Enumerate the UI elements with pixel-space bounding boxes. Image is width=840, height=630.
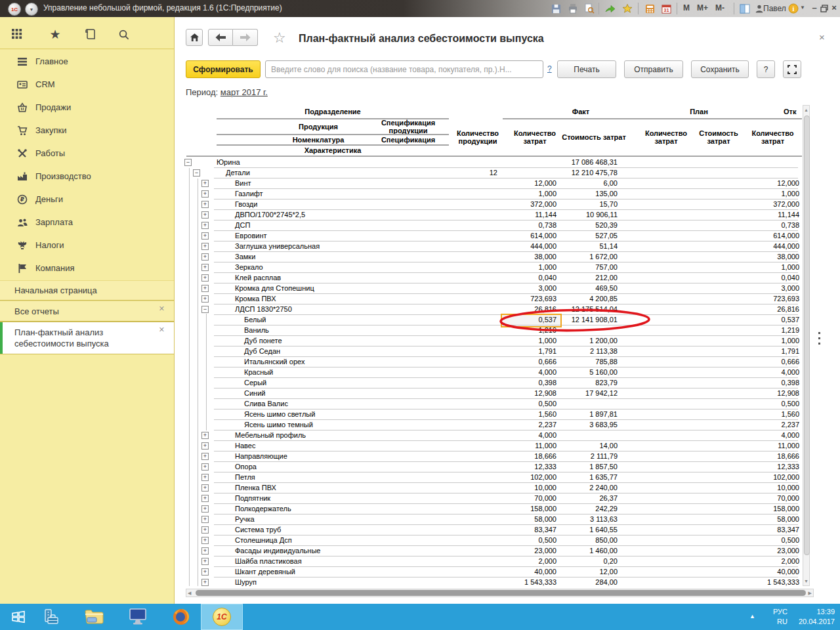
sidebar-item-производство[interactable]: Производство (0, 165, 174, 188)
table-row[interactable]: Дуб Седан1,7912 113,381,791 (184, 346, 802, 357)
collapse-group-icon[interactable]: − (184, 159, 192, 166)
fullscreen-button[interactable] (783, 60, 801, 78)
info-icon[interactable]: i (788, 3, 799, 14)
table-row[interactable]: Ясень шимо темный2,2373 683,952,237 (184, 420, 802, 430)
split-window-icon[interactable] (739, 3, 751, 14)
taskbar-server-manager-icon[interactable] (30, 604, 72, 630)
home-button[interactable] (186, 29, 203, 46)
sidebar-tab-home[interactable]: Начальная страница (0, 280, 174, 301)
expand-group-icon[interactable]: + (201, 285, 209, 292)
scroll-left-icon[interactable]: ◀ (188, 591, 191, 596)
table-row[interactable]: +ДВПО/1700*2745*2,511,14410 906,1111,144 (184, 210, 802, 220)
tab-close-icon[interactable]: ✕ (159, 326, 165, 333)
collapse-group-icon[interactable]: − (193, 169, 200, 177)
table-row[interactable]: Синий12,90817 942,1212,908 (184, 388, 802, 399)
sidebar-item-закупки[interactable]: Закупки (0, 119, 174, 142)
table-row[interactable]: +Опора12,3331 857,5012,333 (184, 462, 802, 472)
table-row[interactable]: +Гвозди372,00015,70372,000 (184, 200, 802, 210)
go-to-link-icon[interactable] (604, 3, 616, 14)
table-row[interactable]: −ЛДСП 1830*275026,81612 175 514,0426,816 (184, 304, 802, 315)
table-row[interactable]: Ваниль1,2191,219 (184, 326, 802, 336)
splitter-grip[interactable] (818, 332, 820, 345)
taskbar-firefox-icon[interactable] (160, 604, 202, 630)
expand-group-icon[interactable]: + (201, 201, 209, 208)
expand-group-icon[interactable]: + (201, 243, 209, 250)
table-row[interactable]: Слива Валис0,5000,500 (184, 399, 802, 410)
table-row[interactable]: +Шкант деревяный40,00012,0040,000 (184, 567, 802, 578)
tray-language[interactable]: РУС RU (761, 607, 788, 627)
expand-group-icon[interactable]: + (201, 474, 209, 481)
scroll-up-icon[interactable]: ▲ (803, 108, 809, 112)
table-row[interactable]: +Газлифт1,000135,001,000 (184, 189, 802, 200)
table-row[interactable]: +Мебельный профиль4,0004,000 (184, 430, 802, 441)
expand-group-icon[interactable]: + (201, 484, 209, 492)
expand-group-icon[interactable]: + (201, 432, 209, 439)
print-preview-icon[interactable] (583, 3, 595, 14)
tray-hidden-icons-arrow[interactable]: ▲ (749, 613, 755, 620)
sections-menu-icon[interactable] (9, 26, 25, 42)
taskbar-1c-icon[interactable]: 1С (201, 604, 243, 630)
period-value-link[interactable]: март 2017 г. (220, 87, 268, 97)
header-fact-cost[interactable]: Стоимость затрат (562, 119, 626, 155)
table-row[interactable]: +ДСП0,738520,390,738 (184, 220, 802, 231)
expand-group-icon[interactable]: + (201, 222, 209, 229)
sidebar-item-налоги[interactable]: Налоги (0, 234, 174, 257)
expand-group-icon[interactable]: + (201, 190, 209, 198)
table-row[interactable]: +Система труб83,3471 640,5583,347 (184, 525, 802, 536)
app-logo-icon[interactable]: 1С (8, 3, 21, 16)
header-group-plan[interactable]: План (650, 105, 748, 117)
collapse-group-icon[interactable]: − (201, 306, 209, 313)
table-row[interactable]: +Замки38,0001 672,0038,000 (184, 252, 802, 262)
generate-button[interactable]: Сформировать (186, 60, 261, 78)
table-row[interactable]: +Полкодержатель158,000242,29158,000 (184, 504, 802, 514)
taskbar-computer-icon[interactable] (117, 604, 159, 630)
expand-group-icon[interactable]: + (201, 516, 209, 523)
save-icon[interactable] (550, 3, 562, 14)
header-dev-qty[interactable]: Количество затрат (744, 119, 802, 155)
table-row[interactable]: −Юрина17 086 468,31 (184, 158, 802, 168)
sidebar-tab-active-report[interactable]: План-фактный анализ себестоимости выпуск… (0, 322, 174, 354)
table-row[interactable]: −Детали1212 210 475,78 (184, 168, 802, 178)
table-row[interactable]: +Шайба пластиковая2,0000,202,000 (184, 556, 802, 567)
calendar-icon[interactable]: 31 (660, 3, 672, 14)
favorite-toggle-star-icon[interactable]: ☆ (273, 30, 286, 47)
expand-group-icon[interactable]: + (201, 526, 209, 534)
scroll-down-icon[interactable]: ▼ (803, 579, 809, 583)
table-row[interactable]: +Петля102,0001 635,77102,000 (184, 472, 802, 483)
system-menu-chevron-icon[interactable]: ▼ (25, 3, 38, 16)
expand-group-icon[interactable]: + (201, 579, 209, 586)
close-report-button[interactable]: × (819, 32, 825, 43)
expand-group-icon[interactable]: + (201, 442, 209, 450)
expand-group-icon[interactable]: + (201, 295, 209, 303)
table-row[interactable]: +Кромка для Стопешниц3,000469,503,000 (184, 284, 802, 294)
header-plan-cost[interactable]: Стоимость затрат (689, 119, 748, 155)
vertical-scrollbar[interactable]: ▲ ▼ (803, 105, 810, 586)
search-input[interactable] (265, 60, 543, 78)
table-row[interactable]: +Евровинт614,000527,05614,000 (184, 231, 802, 242)
favorites-star-icon[interactable]: ★ (47, 26, 63, 42)
table-row[interactable]: +Навес11,00014,0011,000 (184, 441, 802, 452)
horizontal-scrollbar[interactable]: ◀ ▶ (186, 589, 814, 597)
expand-group-icon[interactable]: + (201, 264, 209, 271)
horizontal-scrollbar-thumb[interactable] (196, 590, 806, 596)
expand-group-icon[interactable]: + (201, 505, 209, 513)
header-product-spec[interactable]: Спецификация продукции (368, 119, 449, 134)
table-row[interactable]: Дуб понете1,0001 200,001,000 (184, 336, 802, 346)
sidebar-item-деньги[interactable]: ₽Деньги (0, 188, 174, 211)
sidebar-item-компания[interactable]: Компания (0, 257, 174, 280)
expand-group-icon[interactable]: + (201, 274, 209, 282)
table-row[interactable]: +Направляющие18,6662 111,7918,666 (184, 452, 802, 462)
favorites-icon[interactable] (621, 3, 633, 14)
sidebar-item-главное[interactable]: Главное (0, 50, 174, 73)
table-row[interactable]: +Пленка ПВХ10,0002 240,0010,000 (184, 483, 802, 494)
expand-group-icon[interactable]: + (201, 568, 209, 576)
search-icon[interactable] (116, 26, 131, 42)
save-button[interactable]: Сохранить (691, 60, 749, 78)
expand-group-icon[interactable]: + (201, 547, 209, 555)
table-row[interactable]: +Заглушка универсальная444,00051,14444,0… (184, 242, 802, 252)
close-window-button[interactable]: × (828, 3, 840, 12)
sidebar-item-crm[interactable]: CRM (0, 73, 174, 96)
header-group-fact[interactable]: Факт (532, 105, 630, 117)
calculator-icon[interactable] (644, 3, 656, 14)
table-row[interactable]: +Шуруп1 543,333284,001 543,333 (184, 578, 802, 586)
